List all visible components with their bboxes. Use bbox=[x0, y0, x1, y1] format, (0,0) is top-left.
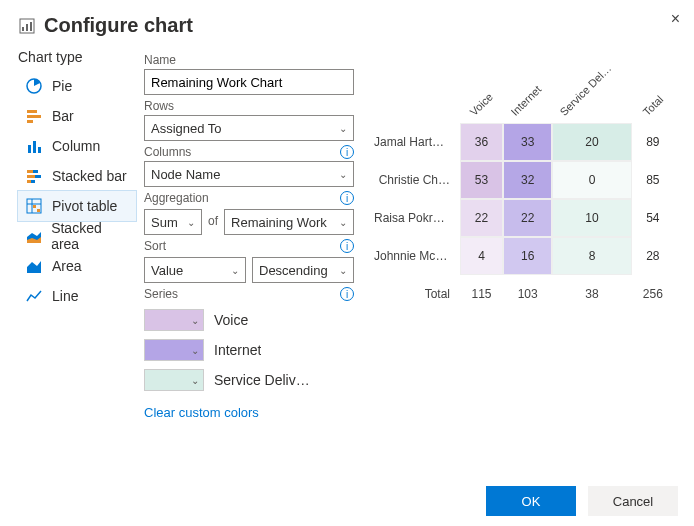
aggregation-field-select[interactable]: Remaining Work ⌄ bbox=[224, 209, 354, 235]
aggregation-fn-select[interactable]: Sum ⌄ bbox=[144, 209, 202, 235]
series-color-swatch[interactable]: ⌄ bbox=[144, 369, 204, 391]
col-header: Service Del… bbox=[558, 62, 614, 118]
pivot-cell: 0 bbox=[552, 161, 631, 199]
row-label: Jamal Hartn… bbox=[374, 123, 460, 161]
dialog-title: Configure chart bbox=[44, 14, 193, 37]
area-icon bbox=[24, 256, 44, 276]
svg-rect-14 bbox=[35, 175, 41, 178]
svg-rect-6 bbox=[27, 115, 41, 118]
chart-type-label: Stacked area bbox=[51, 220, 130, 252]
col-header: Total bbox=[641, 93, 666, 118]
rows-select-value: Assigned To bbox=[151, 121, 222, 136]
aggregation-fn-value: Sum bbox=[151, 215, 178, 230]
chevron-down-icon: ⌄ bbox=[231, 265, 239, 276]
stacked-bar-icon bbox=[24, 166, 44, 186]
series-color-swatch[interactable]: ⌄ bbox=[144, 339, 204, 361]
chart-type-area[interactable]: Area bbox=[18, 251, 136, 281]
chart-type-label: Line bbox=[52, 288, 78, 304]
pivot-cell: 16 bbox=[503, 237, 552, 275]
pivot-total-cell: 38 bbox=[552, 275, 631, 313]
chart-type-pivot-table[interactable]: Pivot table bbox=[18, 191, 136, 221]
series-item: ⌄ Internet bbox=[144, 339, 354, 361]
chart-type-heading: Chart type bbox=[18, 49, 136, 65]
series-item-label: Service Deliv… bbox=[214, 372, 310, 388]
chart-type-label: Pie bbox=[52, 78, 72, 94]
aggregation-of-text: of bbox=[208, 214, 218, 228]
pivot-table-icon bbox=[24, 196, 44, 216]
pivot-total-cell: 115 bbox=[460, 275, 503, 313]
svg-rect-2 bbox=[26, 24, 28, 31]
pivot-cell: 85 bbox=[632, 161, 674, 199]
close-button[interactable]: × bbox=[667, 6, 684, 32]
chevron-down-icon: ⌄ bbox=[191, 315, 199, 326]
chart-type-label: Pivot table bbox=[52, 198, 117, 214]
chart-type-stacked-area[interactable]: Stacked area bbox=[18, 221, 136, 251]
info-icon[interactable]: i bbox=[340, 239, 354, 253]
series-color-swatch[interactable]: ⌄ bbox=[144, 309, 204, 331]
chevron-down-icon: ⌄ bbox=[187, 217, 195, 228]
svg-rect-8 bbox=[28, 145, 31, 153]
chevron-down-icon: ⌄ bbox=[191, 345, 199, 356]
pivot-total-cell: 256 bbox=[632, 275, 674, 313]
info-icon[interactable]: i bbox=[340, 191, 354, 205]
column-icon bbox=[24, 136, 44, 156]
columns-select-value: Node Name bbox=[151, 167, 220, 182]
pivot-cell: 89 bbox=[632, 123, 674, 161]
col-header: Voice bbox=[468, 90, 496, 118]
pivot-cell: 22 bbox=[503, 199, 552, 237]
row-label: Christie Ch… bbox=[374, 161, 460, 199]
col-header: Internet bbox=[509, 83, 544, 118]
dialog-header: Configure chart bbox=[0, 0, 694, 43]
sort-by-select[interactable]: Value ⌄ bbox=[144, 257, 246, 283]
series-item-label: Internet bbox=[214, 342, 261, 358]
table-row: Raisa Pokro…22221054 bbox=[374, 199, 674, 237]
chart-type-label: Stacked bar bbox=[52, 168, 127, 184]
name-label: Name bbox=[144, 53, 354, 67]
bar-icon bbox=[24, 106, 44, 126]
series-label: Series bbox=[144, 287, 178, 301]
pivot-cell: 8 bbox=[552, 237, 631, 275]
columns-select[interactable]: Node Name ⌄ bbox=[144, 161, 354, 187]
chevron-down-icon: ⌄ bbox=[339, 169, 347, 180]
table-total-row: Total11510338256 bbox=[374, 275, 674, 313]
chart-type-stacked-bar[interactable]: Stacked bar bbox=[18, 161, 136, 191]
chart-type-bar[interactable]: Bar bbox=[18, 101, 136, 131]
ok-button[interactable]: OK bbox=[486, 486, 576, 516]
pie-icon bbox=[24, 76, 44, 96]
config-form: Name Rows Assigned To ⌄ Columns i Node N… bbox=[144, 49, 354, 420]
pivot-cell: 53 bbox=[460, 161, 503, 199]
svg-rect-15 bbox=[27, 180, 31, 183]
chart-type-line[interactable]: Line bbox=[18, 281, 136, 311]
rows-select[interactable]: Assigned To ⌄ bbox=[144, 115, 354, 141]
chart-type-pie[interactable]: Pie bbox=[18, 71, 136, 101]
pivot-table: Voice Internet Service Del… Total Jamal … bbox=[374, 73, 674, 313]
chart-type-column[interactable]: Column bbox=[18, 131, 136, 161]
pivot-cell: 32 bbox=[503, 161, 552, 199]
name-input[interactable] bbox=[144, 69, 354, 95]
chevron-down-icon: ⌄ bbox=[339, 217, 347, 228]
chevron-down-icon: ⌄ bbox=[339, 265, 347, 276]
pivot-cell: 28 bbox=[632, 237, 674, 275]
pivot-cell: 54 bbox=[632, 199, 674, 237]
svg-rect-20 bbox=[33, 205, 36, 208]
svg-rect-1 bbox=[22, 27, 24, 31]
sort-by-value: Value bbox=[151, 263, 183, 278]
pivot-cell: 10 bbox=[552, 199, 631, 237]
pivot-cell: 22 bbox=[460, 199, 503, 237]
svg-rect-10 bbox=[38, 147, 41, 153]
aggregation-label: Aggregation bbox=[144, 191, 209, 205]
info-icon[interactable]: i bbox=[340, 145, 354, 159]
info-icon[interactable]: i bbox=[340, 287, 354, 301]
cancel-button[interactable]: Cancel bbox=[588, 486, 678, 516]
series-item: ⌄ Service Deliv… bbox=[144, 369, 354, 391]
clear-colors-link[interactable]: Clear custom colors bbox=[144, 405, 354, 420]
chart-type-label: Area bbox=[52, 258, 82, 274]
stacked-area-icon bbox=[24, 226, 43, 246]
sort-dir-value: Descending bbox=[259, 263, 328, 278]
chart-type-label: Bar bbox=[52, 108, 74, 124]
sort-dir-select[interactable]: Descending ⌄ bbox=[252, 257, 354, 283]
pivot-cell: 4 bbox=[460, 237, 503, 275]
svg-rect-21 bbox=[37, 209, 40, 212]
svg-rect-9 bbox=[33, 141, 36, 153]
chevron-down-icon: ⌄ bbox=[339, 123, 347, 134]
